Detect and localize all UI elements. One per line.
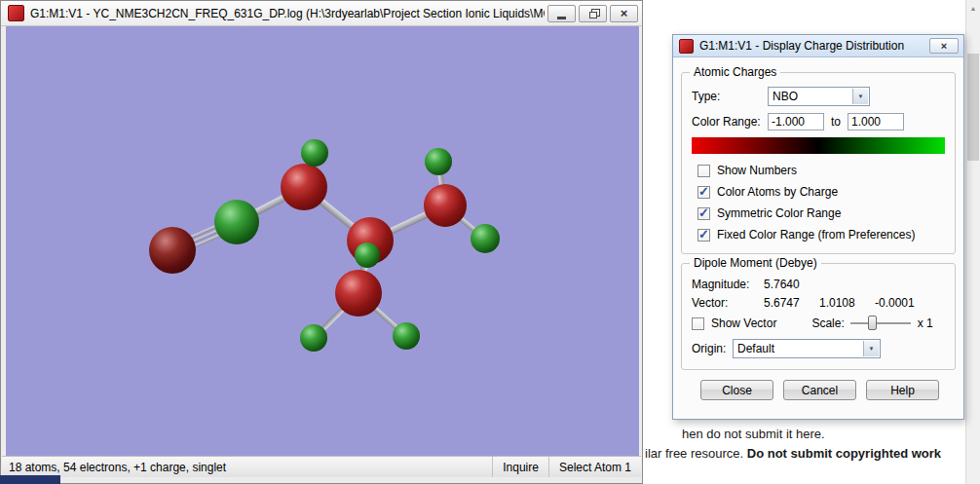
dialog-close-button[interactable]: × <box>929 38 959 54</box>
dialog-body: Atomic Charges Type: NBO ▼ Color Range: … <box>673 57 963 419</box>
dialog-title: G1:M1:V1 - Display Charge Distribution <box>699 39 929 53</box>
charge-type-value: NBO <box>773 90 798 103</box>
show-numbers-row: Show Numbers <box>692 164 945 177</box>
scale-factor-label: x 1 <box>918 316 933 330</box>
minimize-button[interactable] <box>547 5 576 22</box>
show-numbers-checkbox[interactable] <box>697 165 710 177</box>
origin-label: Origin: <box>692 342 733 355</box>
restore-button[interactable] <box>579 5 607 22</box>
origin-value: Default <box>737 342 774 355</box>
symmetric-range-row: Symmetric Color Range <box>692 206 945 220</box>
app-icon <box>8 5 24 21</box>
scrollbar-thumb[interactable] <box>967 54 979 161</box>
color-range-max-input[interactable] <box>848 113 904 130</box>
chevron-down-icon[interactable]: ▼ <box>863 341 879 356</box>
restore-icon <box>589 12 597 19</box>
dialog-titlebar[interactable]: G1:M1:V1 - Display Charge Distribution × <box>673 35 963 57</box>
symmetric-range-checkbox[interactable] <box>697 207 710 220</box>
atom-9-red[interactable] <box>335 270 382 316</box>
atom-10-green[interactable] <box>300 324 327 352</box>
dipole-moment-caption: Dipole Moment (Debye) <box>690 256 821 270</box>
statusbar: 18 atoms, 54 electrons, +1 charge, singl… <box>2 456 641 477</box>
atom-1-green[interactable] <box>214 200 259 244</box>
screen: hen do not submit it here. ilar free res… <box>0 0 980 484</box>
help-button[interactable]: Help <box>866 380 939 400</box>
dipole-scale-slider[interactable] <box>850 315 911 332</box>
color-atoms-checkbox[interactable] <box>697 186 710 199</box>
magnitude-row: Magnitude: 5.7640 <box>692 278 945 291</box>
show-vector-label[interactable]: Show Vector <box>711 316 776 330</box>
show-vector-checkbox[interactable] <box>692 317 704 330</box>
page-text-line1: hen do not submit it here. <box>682 427 825 441</box>
status-inquire: Inquire <box>492 457 548 477</box>
atomic-charges-caption: Atomic Charges <box>690 65 780 79</box>
type-label: Type: <box>692 90 768 103</box>
color-range-to-label: to <box>831 115 841 129</box>
vector-y-value: 1.0108 <box>819 296 875 310</box>
page-text-line2-bold: Do not submit copyrighted work <box>747 446 941 461</box>
magnitude-value: 5.7640 <box>764 278 800 291</box>
main-titlebar[interactable]: G1:M1:V1 - YC_NME3CH2CN_FREQ_631G_DP.log… <box>1 1 642 26</box>
fixed-range-label[interactable]: Fixed Color Range (from Preferences) <box>717 228 915 242</box>
page-scrollbar[interactable]: ▲ <box>965 0 980 484</box>
color-range-row: Color Range: to <box>692 113 945 130</box>
color-atoms-row: Color Atoms by Charge <box>692 185 945 199</box>
chevron-down-icon[interactable]: ▼ <box>852 89 868 104</box>
type-row: Type: NBO ▼ <box>692 87 945 106</box>
status-summary: 18 atoms, 54 electrons, +1 charge, singl… <box>2 457 492 477</box>
atom-11-green[interactable] <box>393 322 420 350</box>
atom-7-green[interactable] <box>425 148 452 175</box>
dialog-buttons: Close Cancel Help <box>700 380 956 400</box>
origin-row: Origin: Default ▼ <box>692 339 945 358</box>
minimize-icon <box>557 17 566 19</box>
vector-label: Vector: <box>692 296 764 310</box>
slider-thumb[interactable] <box>868 316 877 330</box>
atom-2-red[interactable] <box>281 164 327 210</box>
status-select-atom: Select Atom 1 <box>548 457 641 477</box>
atom-6-red[interactable] <box>424 184 467 227</box>
dialog-app-icon <box>679 39 694 54</box>
scale-label: Scale: <box>811 316 844 330</box>
close-icon: × <box>621 7 628 19</box>
vector-row: Vector: 5.6747 1.0108 -0.0001 <box>692 296 945 310</box>
fixed-range-checkbox[interactable] <box>697 229 710 242</box>
dipole-moment-group: Dipole Moment (Debye) Magnitude: 5.7640 … <box>681 263 956 370</box>
page-text-line2: ilar free resource. Do not submit copyri… <box>645 446 941 461</box>
scrollbar-up-icon[interactable]: ▲ <box>966 0 980 16</box>
show-vector-row: Show Vector Scale: x 1 <box>692 315 945 332</box>
close-window-button[interactable]: × <box>610 5 638 22</box>
molecule-view[interactable] <box>6 26 639 459</box>
cancel-button[interactable]: Cancel <box>783 380 856 400</box>
page-text-line2-normal: ilar free resource. <box>645 446 747 461</box>
show-numbers-label[interactable]: Show Numbers <box>717 164 797 177</box>
origin-combo[interactable]: Default ▼ <box>733 339 881 358</box>
taskbar-fragment <box>0 475 60 484</box>
fixed-range-row: Fixed Color Range (from Preferences) <box>692 228 945 242</box>
main-window-title: G1:M1:V1 - YC_NME3CH2CN_FREQ_631G_DP.log… <box>30 7 545 20</box>
slider-track[interactable] <box>850 322 911 324</box>
atom-0-maroon[interactable] <box>149 227 196 274</box>
color-atoms-label[interactable]: Color Atoms by Charge <box>717 185 838 199</box>
charge-distribution-dialog: G1:M1:V1 - Display Charge Distribution ×… <box>672 34 964 420</box>
atom-3-green[interactable] <box>301 139 328 167</box>
atomic-charges-group: Atomic Charges Type: NBO ▼ Color Range: … <box>681 72 956 254</box>
magnitude-label: Magnitude: <box>692 278 764 291</box>
main-window: G1:M1:V1 - YC_NME3CH2CN_FREQ_631G_DP.log… <box>0 0 643 484</box>
vector-z-value: -0.0001 <box>875 296 930 310</box>
atom-5-green[interactable] <box>355 242 380 268</box>
vector-x-value: 5.6747 <box>764 296 819 310</box>
charge-gradient-bar <box>692 137 945 154</box>
color-range-label: Color Range: <box>692 115 768 129</box>
charge-type-combo[interactable]: NBO ▼ <box>768 87 870 106</box>
symmetric-range-label[interactable]: Symmetric Color Range <box>717 206 841 220</box>
close-button[interactable]: Close <box>700 380 773 400</box>
color-range-min-input[interactable] <box>768 113 824 130</box>
atom-8-green[interactable] <box>471 224 500 253</box>
